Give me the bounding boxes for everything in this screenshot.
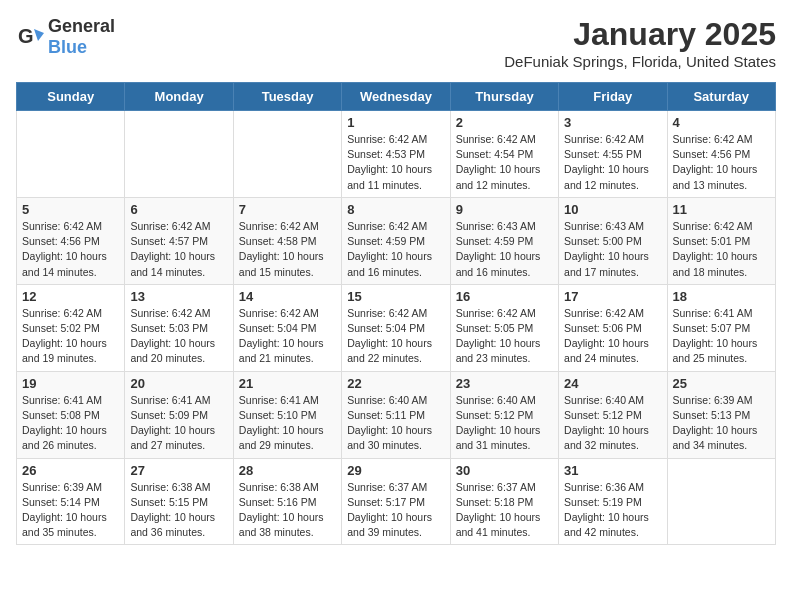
calendar-cell: 20Sunrise: 6:41 AM Sunset: 5:09 PM Dayli… [125,371,233,458]
calendar-cell [17,111,125,198]
logo-general: General [48,16,115,36]
day-info: Sunrise: 6:41 AM Sunset: 5:09 PM Dayligh… [130,393,227,454]
day-number: 28 [239,463,336,478]
day-info: Sunrise: 6:42 AM Sunset: 5:02 PM Dayligh… [22,306,119,367]
weekday-header-cell: Tuesday [233,83,341,111]
calendar-cell: 25Sunrise: 6:39 AM Sunset: 5:13 PM Dayli… [667,371,775,458]
calendar-cell [233,111,341,198]
day-info: Sunrise: 6:36 AM Sunset: 5:19 PM Dayligh… [564,480,661,541]
day-number: 8 [347,202,444,217]
calendar-week-row: 1Sunrise: 6:42 AM Sunset: 4:53 PM Daylig… [17,111,776,198]
day-number: 11 [673,202,770,217]
calendar-cell: 11Sunrise: 6:42 AM Sunset: 5:01 PM Dayli… [667,197,775,284]
day-number: 14 [239,289,336,304]
calendar-cell [667,458,775,545]
calendar-cell: 22Sunrise: 6:40 AM Sunset: 5:11 PM Dayli… [342,371,450,458]
day-number: 6 [130,202,227,217]
calendar-week-row: 5Sunrise: 6:42 AM Sunset: 4:56 PM Daylig… [17,197,776,284]
calendar-cell: 17Sunrise: 6:42 AM Sunset: 5:06 PM Dayli… [559,284,667,371]
calendar-cell: 28Sunrise: 6:38 AM Sunset: 5:16 PM Dayli… [233,458,341,545]
logo: G General Blue [16,16,115,58]
calendar-cell: 16Sunrise: 6:42 AM Sunset: 5:05 PM Dayli… [450,284,558,371]
day-info: Sunrise: 6:42 AM Sunset: 4:57 PM Dayligh… [130,219,227,280]
calendar-week-row: 26Sunrise: 6:39 AM Sunset: 5:14 PM Dayli… [17,458,776,545]
calendar-cell: 2Sunrise: 6:42 AM Sunset: 4:54 PM Daylig… [450,111,558,198]
calendar-cell: 19Sunrise: 6:41 AM Sunset: 5:08 PM Dayli… [17,371,125,458]
calendar-cell: 23Sunrise: 6:40 AM Sunset: 5:12 PM Dayli… [450,371,558,458]
day-number: 26 [22,463,119,478]
weekday-header-cell: Friday [559,83,667,111]
day-info: Sunrise: 6:43 AM Sunset: 4:59 PM Dayligh… [456,219,553,280]
weekday-header-cell: Monday [125,83,233,111]
calendar-body: 1Sunrise: 6:42 AM Sunset: 4:53 PM Daylig… [17,111,776,545]
day-number: 1 [347,115,444,130]
day-info: Sunrise: 6:38 AM Sunset: 5:16 PM Dayligh… [239,480,336,541]
day-info: Sunrise: 6:42 AM Sunset: 4:55 PM Dayligh… [564,132,661,193]
day-info: Sunrise: 6:41 AM Sunset: 5:07 PM Dayligh… [673,306,770,367]
calendar-cell: 14Sunrise: 6:42 AM Sunset: 5:04 PM Dayli… [233,284,341,371]
day-number: 7 [239,202,336,217]
calendar-cell: 31Sunrise: 6:36 AM Sunset: 5:19 PM Dayli… [559,458,667,545]
day-number: 2 [456,115,553,130]
calendar-cell: 1Sunrise: 6:42 AM Sunset: 4:53 PM Daylig… [342,111,450,198]
day-number: 15 [347,289,444,304]
calendar-cell: 15Sunrise: 6:42 AM Sunset: 5:04 PM Dayli… [342,284,450,371]
day-info: Sunrise: 6:42 AM Sunset: 5:06 PM Dayligh… [564,306,661,367]
day-info: Sunrise: 6:42 AM Sunset: 5:05 PM Dayligh… [456,306,553,367]
day-info: Sunrise: 6:38 AM Sunset: 5:15 PM Dayligh… [130,480,227,541]
day-info: Sunrise: 6:42 AM Sunset: 4:58 PM Dayligh… [239,219,336,280]
day-number: 24 [564,376,661,391]
logo-blue: Blue [48,37,87,57]
day-info: Sunrise: 6:37 AM Sunset: 5:17 PM Dayligh… [347,480,444,541]
calendar-cell: 10Sunrise: 6:43 AM Sunset: 5:00 PM Dayli… [559,197,667,284]
day-info: Sunrise: 6:42 AM Sunset: 4:59 PM Dayligh… [347,219,444,280]
calendar-cell: 9Sunrise: 6:43 AM Sunset: 4:59 PM Daylig… [450,197,558,284]
day-info: Sunrise: 6:42 AM Sunset: 5:04 PM Dayligh… [239,306,336,367]
day-info: Sunrise: 6:39 AM Sunset: 5:13 PM Dayligh… [673,393,770,454]
calendar-cell [125,111,233,198]
calendar-week-row: 19Sunrise: 6:41 AM Sunset: 5:08 PM Dayli… [17,371,776,458]
calendar-cell: 3Sunrise: 6:42 AM Sunset: 4:55 PM Daylig… [559,111,667,198]
calendar-cell: 29Sunrise: 6:37 AM Sunset: 5:17 PM Dayli… [342,458,450,545]
title-area: January 2025 DeFuniak Springs, Florida, … [504,16,776,70]
month-title: January 2025 [504,16,776,53]
weekday-header-cell: Sunday [17,83,125,111]
day-info: Sunrise: 6:41 AM Sunset: 5:08 PM Dayligh… [22,393,119,454]
day-number: 5 [22,202,119,217]
day-info: Sunrise: 6:39 AM Sunset: 5:14 PM Dayligh… [22,480,119,541]
calendar-table: SundayMondayTuesdayWednesdayThursdayFrid… [16,82,776,545]
day-number: 23 [456,376,553,391]
day-number: 20 [130,376,227,391]
weekday-header-cell: Thursday [450,83,558,111]
day-number: 27 [130,463,227,478]
svg-marker-1 [34,29,44,41]
calendar-cell: 5Sunrise: 6:42 AM Sunset: 4:56 PM Daylig… [17,197,125,284]
day-info: Sunrise: 6:42 AM Sunset: 4:53 PM Dayligh… [347,132,444,193]
day-info: Sunrise: 6:42 AM Sunset: 4:54 PM Dayligh… [456,132,553,193]
calendar-cell: 12Sunrise: 6:42 AM Sunset: 5:02 PM Dayli… [17,284,125,371]
day-number: 31 [564,463,661,478]
day-number: 9 [456,202,553,217]
day-info: Sunrise: 6:40 AM Sunset: 5:12 PM Dayligh… [564,393,661,454]
day-info: Sunrise: 6:42 AM Sunset: 5:01 PM Dayligh… [673,219,770,280]
location-title: DeFuniak Springs, Florida, United States [504,53,776,70]
day-number: 21 [239,376,336,391]
calendar-cell: 8Sunrise: 6:42 AM Sunset: 4:59 PM Daylig… [342,197,450,284]
day-number: 16 [456,289,553,304]
day-number: 18 [673,289,770,304]
day-number: 30 [456,463,553,478]
calendar-cell: 27Sunrise: 6:38 AM Sunset: 5:15 PM Dayli… [125,458,233,545]
weekday-header-cell: Wednesday [342,83,450,111]
day-number: 12 [22,289,119,304]
day-info: Sunrise: 6:41 AM Sunset: 5:10 PM Dayligh… [239,393,336,454]
day-info: Sunrise: 6:40 AM Sunset: 5:11 PM Dayligh… [347,393,444,454]
day-info: Sunrise: 6:43 AM Sunset: 5:00 PM Dayligh… [564,219,661,280]
calendar-cell: 6Sunrise: 6:42 AM Sunset: 4:57 PM Daylig… [125,197,233,284]
calendar-cell: 7Sunrise: 6:42 AM Sunset: 4:58 PM Daylig… [233,197,341,284]
day-number: 13 [130,289,227,304]
page-header: G General Blue January 2025 DeFuniak Spr… [16,16,776,70]
day-number: 25 [673,376,770,391]
day-number: 29 [347,463,444,478]
calendar-cell: 24Sunrise: 6:40 AM Sunset: 5:12 PM Dayli… [559,371,667,458]
day-number: 10 [564,202,661,217]
